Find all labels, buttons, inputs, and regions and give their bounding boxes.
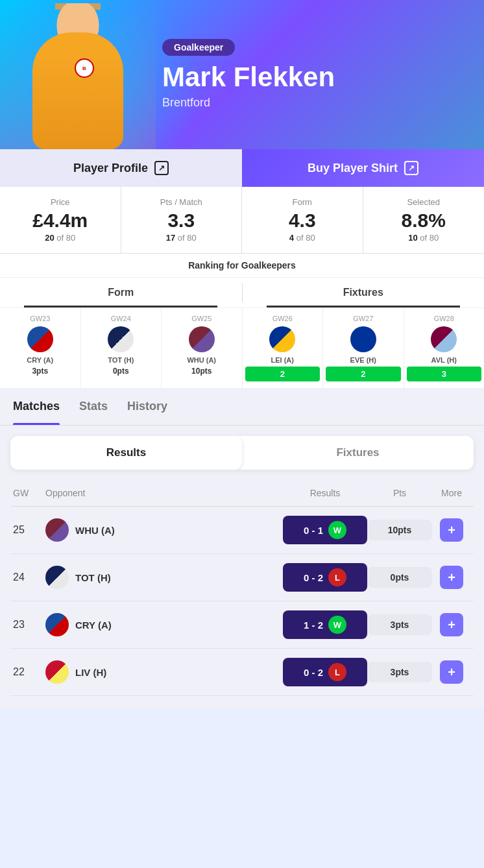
more-button[interactable]: + [440, 566, 463, 589]
table-header: GW Opponent Results Pts More [10, 480, 474, 507]
gw-number: 22 [13, 666, 45, 678]
fixtures-toggle-button[interactable]: Fixtures [242, 436, 474, 470]
gw-cell: GW25WHU (A)10pts [162, 308, 243, 388]
club-crest-on-shirt: B [75, 58, 94, 78]
gw-cell: GW24TOT (H)0pts [81, 308, 162, 388]
table-row: 25 WHU (A) 0 - 1 W 10pts + [10, 507, 474, 554]
player-profile-button[interactable]: Player Profile ↗ [0, 149, 242, 187]
position-badge: Goalkeeper [162, 39, 235, 56]
form-fixtures-header: Form Fixtures [0, 278, 484, 308]
form-stat: Form 4.3 4 of 80 [242, 187, 363, 253]
player-image: B [0, 0, 156, 149]
gw-number: 24 [13, 572, 45, 583]
club-badge [269, 326, 295, 352]
score-result: 0 - 1 W [283, 516, 367, 544]
opponent-cell: TOT (H) [45, 566, 283, 589]
form-tab-label: Form [0, 278, 242, 307]
score-text: 0 - 2 [304, 572, 323, 583]
club-badge [350, 326, 376, 352]
gw-cell: GW28AVL (H)3 [404, 308, 485, 388]
result-badge: L [328, 663, 346, 681]
opponent-badge [45, 566, 69, 589]
th-gw: GW [13, 488, 45, 498]
table-row: 22 LIV (H) 0 - 2 L 3pts + [10, 649, 474, 696]
more-button[interactable]: + [440, 613, 463, 636]
results-toggle-button[interactable]: Results [10, 436, 242, 470]
result-badge: W [328, 521, 346, 539]
gw-cell: GW27EVE (H)2 [323, 308, 404, 388]
tab-stats[interactable]: Stats [79, 388, 108, 425]
opponent-badge [45, 613, 69, 636]
table-row: 24 TOT (H) 0 - 2 L 0pts + [10, 554, 474, 601]
score-text: 0 - 2 [304, 667, 323, 678]
hero-info: Goalkeeper Mark Flekken Brentford [162, 39, 335, 110]
gw-cell: GW23CRY (A)3pts [0, 308, 81, 388]
result-badge: L [328, 568, 346, 586]
results-section: Results Fixtures [0, 426, 484, 480]
pts-rank: 17 of 80 [127, 233, 237, 243]
form-fixtures-section: Form Fixtures GW23CRY (A)3ptsGW24TOT (H)… [0, 278, 484, 388]
opponent-cell: WHU (A) [45, 518, 283, 542]
selected-label: Selected [369, 197, 479, 207]
th-pts: Pts [367, 488, 432, 498]
price-label: Price [5, 197, 115, 207]
player-club: Brentford [162, 96, 335, 110]
opponent-name: LIV (H) [75, 667, 106, 678]
opponent-badge [45, 518, 69, 542]
selected-value: 8.8% [369, 210, 479, 231]
gw-number: 23 [13, 619, 45, 631]
table-row: 23 CRY (A) 1 - 2 W 3pts + [10, 601, 474, 649]
price-rank: 20 of 80 [5, 233, 115, 243]
form-label: Form [247, 197, 357, 207]
selected-stat: Selected 8.8% 10 of 80 [363, 187, 485, 253]
form-value: 4.3 [247, 210, 357, 231]
opponent-name: TOT (H) [75, 572, 111, 583]
selected-rank: 10 of 80 [369, 233, 479, 243]
fixtures-tab-label: Fixtures [243, 278, 485, 307]
score-result: 0 - 2 L [283, 563, 367, 592]
buy-shirt-button[interactable]: Buy Player Shirt ↗ [242, 149, 484, 187]
club-badge [27, 326, 53, 352]
gw-cell: GW26LEI (A)2 [243, 308, 324, 388]
ranking-label: Ranking for Goalkeepers [0, 254, 484, 278]
th-more: More [432, 488, 471, 498]
club-badge [431, 326, 457, 352]
score-result: 1 - 2 W [283, 610, 367, 639]
tab-history[interactable]: History [127, 388, 167, 425]
points-cell: 10pts [367, 520, 432, 540]
opponent-name: CRY (A) [75, 620, 112, 631]
price-value: £4.4m [5, 210, 115, 231]
opponent-badge [45, 660, 69, 684]
th-results: Results [283, 488, 367, 498]
opponent-name: WHU (A) [75, 525, 115, 536]
external-link-icon: ↗ [404, 161, 418, 175]
opponent-cell: CRY (A) [45, 613, 283, 636]
club-badge [108, 326, 134, 352]
bottom-pad [0, 696, 484, 709]
points-cell: 3pts [367, 614, 432, 635]
player-name: Mark Flekken [162, 62, 335, 92]
pts-label: Pts / Match [127, 197, 237, 207]
match-table: GW Opponent Results Pts More 25 WHU (A) … [0, 480, 484, 696]
price-stat: Price £4.4m 20 of 80 [0, 187, 121, 253]
score-result: 0 - 2 L [283, 658, 367, 686]
gw-number: 25 [13, 524, 45, 536]
score-text: 0 - 1 [304, 525, 323, 536]
pts-value: 3.3 [127, 210, 237, 231]
more-button[interactable]: + [440, 660, 463, 684]
points-cell: 3pts [367, 662, 432, 682]
gameweek-row: GW23CRY (A)3ptsGW24TOT (H)0ptsGW25WHU (A… [0, 308, 484, 388]
stats-grid: Price £4.4m 20 of 80 Pts / Match 3.3 17 … [0, 187, 484, 254]
opponent-cell: LIV (H) [45, 660, 283, 684]
th-opponent: Opponent [45, 488, 283, 498]
score-text: 1 - 2 [304, 620, 323, 631]
club-badge [189, 326, 215, 352]
result-badge: W [328, 616, 346, 634]
external-link-icon: ↗ [154, 161, 169, 175]
more-button[interactable]: + [440, 518, 463, 542]
tab-matches[interactable]: Matches [13, 388, 60, 425]
points-cell: 0pts [367, 567, 432, 588]
hero-section: B Goalkeeper Mark Flekken Brentford [0, 0, 484, 149]
form-rank: 4 of 80 [247, 233, 357, 243]
main-tabs: Matches Stats History [0, 388, 484, 426]
